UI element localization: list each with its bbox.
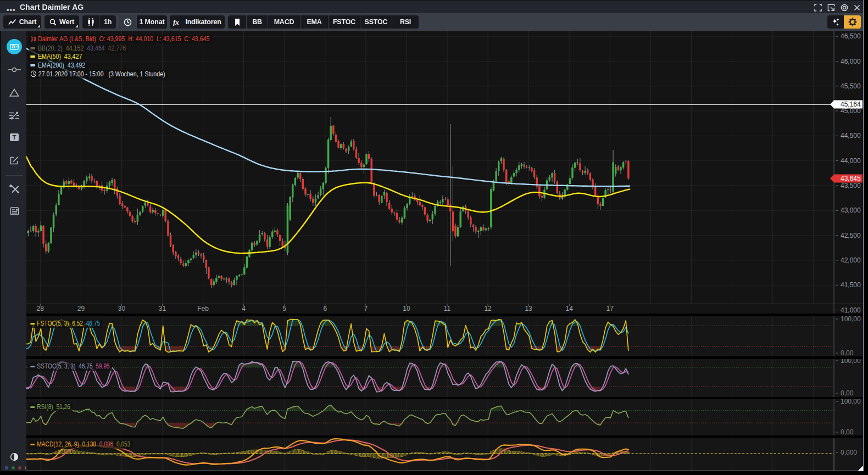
svg-text:31: 31 bbox=[159, 305, 166, 312]
svg-text:7: 7 bbox=[364, 305, 368, 312]
svg-text:17: 17 bbox=[607, 305, 614, 312]
svg-text:fx: fx bbox=[173, 19, 179, 26]
svg-text:100,00: 100,00 bbox=[841, 315, 861, 323]
svg-text:12: 12 bbox=[484, 305, 492, 312]
svg-text:14: 14 bbox=[566, 305, 574, 312]
svg-text:44,000: 44,000 bbox=[841, 157, 861, 165]
svg-text:0,00: 0,00 bbox=[841, 349, 854, 357]
svg-text:42,000: 42,000 bbox=[841, 256, 861, 264]
svg-text:0,000: 0,000 bbox=[841, 449, 857, 456]
svg-text:30: 30 bbox=[118, 305, 126, 312]
svg-text:11: 11 bbox=[444, 305, 451, 312]
svg-text:44,500: 44,500 bbox=[841, 132, 861, 139]
svg-text:46,500: 46,500 bbox=[841, 32, 861, 40]
svg-text:45,500: 45,500 bbox=[841, 82, 861, 90]
svg-text:43,500: 43,500 bbox=[841, 182, 861, 189]
svg-text:0,00: 0,00 bbox=[841, 389, 854, 397]
svg-text:5: 5 bbox=[282, 305, 286, 312]
svg-text:42,500: 42,500 bbox=[841, 232, 861, 239]
svg-text:45,164: 45,164 bbox=[841, 100, 861, 108]
svg-text:43,000: 43,000 bbox=[841, 206, 861, 214]
svg-text:43,645: 43,645 bbox=[841, 175, 861, 182]
svg-text:13: 13 bbox=[525, 305, 532, 312]
svg-text:10: 10 bbox=[403, 305, 410, 312]
svg-text:Feb: Feb bbox=[197, 305, 209, 312]
svg-text:28: 28 bbox=[37, 305, 44, 312]
svg-text:46,000: 46,000 bbox=[841, 58, 861, 65]
svg-text:29: 29 bbox=[77, 305, 85, 312]
svg-text:T: T bbox=[12, 134, 16, 141]
svg-text:6: 6 bbox=[323, 305, 327, 312]
svg-text:41,000: 41,000 bbox=[841, 306, 861, 314]
svg-text:4: 4 bbox=[242, 305, 246, 312]
svg-text:41,500: 41,500 bbox=[841, 281, 861, 289]
svg-text:0,00: 0,00 bbox=[841, 428, 854, 436]
